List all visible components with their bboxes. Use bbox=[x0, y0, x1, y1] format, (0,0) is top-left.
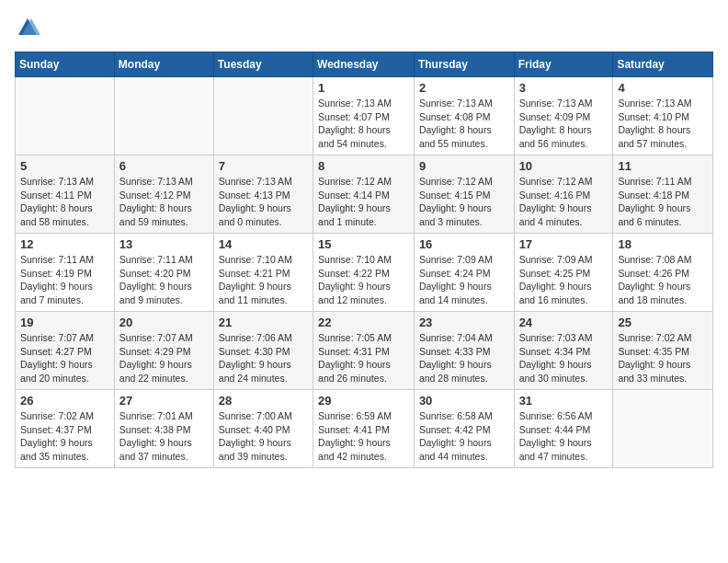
weekday-header-saturday: Saturday bbox=[613, 52, 713, 77]
calendar-cell: 14Sunrise: 7:10 AM Sunset: 4:21 PM Dayli… bbox=[213, 234, 313, 312]
calendar-cell: 5Sunrise: 7:13 AM Sunset: 4:11 PM Daylig… bbox=[16, 155, 115, 234]
calendar-cell bbox=[16, 77, 115, 155]
day-info: Sunrise: 7:11 AM Sunset: 4:20 PM Dayligh… bbox=[119, 253, 209, 307]
day-info: Sunrise: 7:12 AM Sunset: 4:16 PM Dayligh… bbox=[519, 175, 609, 229]
calendar-cell: 24Sunrise: 7:03 AM Sunset: 4:34 PM Dayli… bbox=[514, 312, 613, 390]
calendar-cell: 11Sunrise: 7:11 AM Sunset: 4:18 PM Dayli… bbox=[613, 155, 713, 234]
day-number: 3 bbox=[519, 81, 609, 95]
calendar-cell: 20Sunrise: 7:07 AM Sunset: 4:29 PM Dayli… bbox=[114, 312, 213, 390]
calendar-cell: 3Sunrise: 7:13 AM Sunset: 4:09 PM Daylig… bbox=[514, 77, 613, 155]
day-number: 11 bbox=[618, 159, 708, 173]
day-info: Sunrise: 7:09 AM Sunset: 4:24 PM Dayligh… bbox=[419, 253, 509, 307]
day-number: 24 bbox=[519, 316, 609, 329]
day-info: Sunrise: 7:13 AM Sunset: 4:07 PM Dayligh… bbox=[318, 97, 409, 151]
weekday-header-monday: Monday bbox=[114, 52, 213, 77]
day-info: Sunrise: 7:13 AM Sunset: 4:13 PM Dayligh… bbox=[219, 175, 308, 229]
calendar-cell: 9Sunrise: 7:12 AM Sunset: 4:15 PM Daylig… bbox=[414, 155, 514, 234]
day-number: 18 bbox=[618, 237, 708, 251]
day-info: Sunrise: 7:05 AM Sunset: 4:31 PM Dayligh… bbox=[318, 331, 409, 385]
day-number: 13 bbox=[119, 237, 209, 251]
weekday-header-thursday: Thursday bbox=[414, 52, 514, 77]
calendar-cell: 8Sunrise: 7:12 AM Sunset: 4:14 PM Daylig… bbox=[313, 155, 415, 234]
day-number: 23 bbox=[419, 316, 509, 329]
calendar-cell bbox=[213, 77, 313, 155]
day-info: Sunrise: 7:13 AM Sunset: 4:08 PM Dayligh… bbox=[419, 97, 509, 151]
day-number: 1 bbox=[318, 81, 409, 95]
calendar-cell: 12Sunrise: 7:11 AM Sunset: 4:19 PM Dayli… bbox=[16, 234, 115, 312]
calendar-cell: 2Sunrise: 7:13 AM Sunset: 4:08 PM Daylig… bbox=[414, 77, 514, 155]
day-info: Sunrise: 7:02 AM Sunset: 4:37 PM Dayligh… bbox=[20, 409, 109, 464]
day-info: Sunrise: 7:10 AM Sunset: 4:22 PM Dayligh… bbox=[318, 253, 409, 307]
calendar-cell: 1Sunrise: 7:13 AM Sunset: 4:07 PM Daylig… bbox=[313, 77, 415, 155]
day-info: Sunrise: 7:02 AM Sunset: 4:35 PM Dayligh… bbox=[618, 331, 708, 385]
day-number: 14 bbox=[219, 237, 308, 251]
calendar-cell: 19Sunrise: 7:07 AM Sunset: 4:27 PM Dayli… bbox=[16, 312, 115, 390]
weekday-header-tuesday: Tuesday bbox=[213, 52, 313, 77]
calendar-cell: 29Sunrise: 6:59 AM Sunset: 4:41 PM Dayli… bbox=[313, 390, 415, 468]
weekday-header-row: SundayMondayTuesdayWednesdayThursdayFrid… bbox=[16, 52, 713, 77]
calendar-cell bbox=[613, 390, 713, 468]
day-number: 22 bbox=[318, 316, 409, 329]
calendar-cell: 30Sunrise: 6:58 AM Sunset: 4:42 PM Dayli… bbox=[414, 390, 514, 468]
calendar-cell: 6Sunrise: 7:13 AM Sunset: 4:12 PM Daylig… bbox=[114, 155, 213, 234]
calendar-cell: 27Sunrise: 7:01 AM Sunset: 4:38 PM Dayli… bbox=[114, 390, 213, 468]
day-info: Sunrise: 7:07 AM Sunset: 4:27 PM Dayligh… bbox=[20, 331, 109, 385]
day-number: 8 bbox=[318, 159, 409, 173]
day-number: 7 bbox=[219, 159, 308, 173]
day-info: Sunrise: 7:06 AM Sunset: 4:30 PM Dayligh… bbox=[219, 331, 308, 385]
calendar-cell: 10Sunrise: 7:12 AM Sunset: 4:16 PM Dayli… bbox=[514, 155, 613, 234]
day-info: Sunrise: 7:00 AM Sunset: 4:40 PM Dayligh… bbox=[219, 409, 308, 464]
day-info: Sunrise: 6:56 AM Sunset: 4:44 PM Dayligh… bbox=[519, 409, 609, 464]
calendar-week-row: 5Sunrise: 7:13 AM Sunset: 4:11 PM Daylig… bbox=[16, 155, 713, 234]
day-info: Sunrise: 7:12 AM Sunset: 4:15 PM Dayligh… bbox=[419, 175, 509, 229]
day-info: Sunrise: 7:08 AM Sunset: 4:26 PM Dayligh… bbox=[618, 253, 708, 307]
logo-icon bbox=[15, 15, 40, 40]
day-number: 16 bbox=[419, 237, 509, 251]
calendar-cell: 15Sunrise: 7:10 AM Sunset: 4:22 PM Dayli… bbox=[313, 234, 415, 312]
day-number: 12 bbox=[20, 237, 109, 251]
day-info: Sunrise: 7:11 AM Sunset: 4:18 PM Dayligh… bbox=[618, 175, 708, 229]
day-info: Sunrise: 7:01 AM Sunset: 4:38 PM Dayligh… bbox=[119, 409, 209, 464]
day-info: Sunrise: 6:59 AM Sunset: 4:41 PM Dayligh… bbox=[318, 409, 409, 464]
day-info: Sunrise: 7:03 AM Sunset: 4:34 PM Dayligh… bbox=[519, 331, 609, 385]
calendar-cell: 21Sunrise: 7:06 AM Sunset: 4:30 PM Dayli… bbox=[213, 312, 313, 390]
logo bbox=[15, 15, 44, 40]
weekday-header-friday: Friday bbox=[514, 52, 613, 77]
calendar-cell: 18Sunrise: 7:08 AM Sunset: 4:26 PM Dayli… bbox=[613, 234, 713, 312]
day-number: 31 bbox=[519, 394, 609, 408]
calendar-week-row: 1Sunrise: 7:13 AM Sunset: 4:07 PM Daylig… bbox=[16, 77, 713, 155]
calendar-cell bbox=[114, 77, 213, 155]
calendar-week-row: 26Sunrise: 7:02 AM Sunset: 4:37 PM Dayli… bbox=[16, 390, 713, 468]
calendar-cell: 7Sunrise: 7:13 AM Sunset: 4:13 PM Daylig… bbox=[213, 155, 313, 234]
calendar-week-row: 12Sunrise: 7:11 AM Sunset: 4:19 PM Dayli… bbox=[16, 234, 713, 312]
day-number: 28 bbox=[219, 394, 308, 408]
day-info: Sunrise: 7:04 AM Sunset: 4:33 PM Dayligh… bbox=[419, 331, 509, 385]
day-number: 26 bbox=[20, 394, 109, 408]
day-info: Sunrise: 6:58 AM Sunset: 4:42 PM Dayligh… bbox=[419, 409, 509, 464]
day-number: 5 bbox=[20, 159, 109, 173]
day-number: 29 bbox=[318, 394, 409, 408]
day-info: Sunrise: 7:13 AM Sunset: 4:09 PM Dayligh… bbox=[519, 97, 609, 151]
calendar-cell: 23Sunrise: 7:04 AM Sunset: 4:33 PM Dayli… bbox=[414, 312, 514, 390]
calendar-cell: 22Sunrise: 7:05 AM Sunset: 4:31 PM Dayli… bbox=[313, 312, 415, 390]
weekday-header-wednesday: Wednesday bbox=[313, 52, 415, 77]
day-number: 17 bbox=[519, 237, 609, 251]
day-info: Sunrise: 7:07 AM Sunset: 4:29 PM Dayligh… bbox=[119, 331, 209, 385]
calendar-cell: 31Sunrise: 6:56 AM Sunset: 4:44 PM Dayli… bbox=[514, 390, 613, 468]
calendar-cell: 26Sunrise: 7:02 AM Sunset: 4:37 PM Dayli… bbox=[16, 390, 115, 468]
day-number: 6 bbox=[119, 159, 209, 173]
day-number: 4 bbox=[618, 81, 708, 95]
calendar-table: SundayMondayTuesdayWednesdayThursdayFrid… bbox=[15, 52, 713, 468]
calendar-cell: 28Sunrise: 7:00 AM Sunset: 4:40 PM Dayli… bbox=[213, 390, 313, 468]
weekday-header-sunday: Sunday bbox=[16, 52, 115, 77]
day-info: Sunrise: 7:12 AM Sunset: 4:14 PM Dayligh… bbox=[318, 175, 409, 229]
day-info: Sunrise: 7:13 AM Sunset: 4:11 PM Dayligh… bbox=[20, 175, 109, 229]
day-number: 2 bbox=[419, 81, 509, 95]
day-info: Sunrise: 7:13 AM Sunset: 4:12 PM Dayligh… bbox=[119, 175, 209, 229]
calendar-cell: 13Sunrise: 7:11 AM Sunset: 4:20 PM Dayli… bbox=[114, 234, 213, 312]
day-number: 25 bbox=[618, 316, 708, 329]
day-number: 10 bbox=[519, 159, 609, 173]
day-info: Sunrise: 7:09 AM Sunset: 4:25 PM Dayligh… bbox=[519, 253, 609, 307]
calendar-cell: 17Sunrise: 7:09 AM Sunset: 4:25 PM Dayli… bbox=[514, 234, 613, 312]
day-number: 15 bbox=[318, 237, 409, 251]
